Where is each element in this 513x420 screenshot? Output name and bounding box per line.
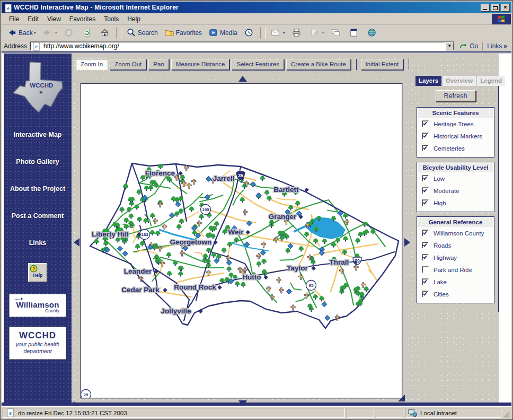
county-map[interactable]: 35195183957929FlorenceJarrellBartlettGra…	[81, 84, 402, 398]
layer-label: Lake	[434, 279, 447, 285]
address-field[interactable]: e http://www.wcbikemap.org/ ▼	[30, 41, 454, 51]
map-tool-button[interactable]: Create a Bike Route	[286, 59, 351, 70]
toolbar-button[interactable]: ▾	[260, 27, 266, 39]
layer-row: High	[417, 197, 494, 209]
layer-checkbox[interactable]	[422, 254, 429, 261]
svg-text:e: e	[35, 43, 38, 49]
status-pane	[347, 408, 374, 418]
panel-tab[interactable]: Layers	[415, 76, 441, 86]
toolbar-button[interactable]: Search ▾	[123, 26, 161, 39]
layer-checkbox[interactable]	[422, 145, 429, 152]
toolbar-button[interactable]: ▾	[328, 26, 345, 39]
toolbar-button-icon	[244, 28, 254, 38]
map-tool-button[interactable]: Zoom Out	[110, 59, 146, 70]
sidebar-nav-link[interactable]: Photo Gallery	[4, 158, 72, 165]
toolbar-button[interactable]: ▾	[346, 26, 363, 39]
map-tool-button[interactable]: Initial Extent	[361, 59, 404, 70]
menu-item[interactable]: File	[5, 14, 23, 24]
williamson-county-banner[interactable]: —✦ Williamson County	[9, 294, 66, 317]
map-tool-button[interactable]: Pan	[148, 59, 169, 70]
maximize-button[interactable]	[491, 4, 500, 12]
toolbar-button[interactable]: ▾	[40, 26, 60, 39]
toolbar-button[interactable]: ▾	[79, 26, 96, 39]
svg-text:Liberty Hill: Liberty Hill	[92, 230, 129, 238]
toolbar-button-icon	[309, 28, 320, 38]
menu-item[interactable]: View	[43, 14, 65, 24]
sidebar-nav-link[interactable]: Post a Comment	[4, 212, 72, 220]
layer-checkbox[interactable]	[422, 187, 429, 194]
svg-text:183: 183	[141, 232, 148, 237]
layer-checkbox[interactable]	[422, 242, 429, 249]
close-button[interactable]: ×	[501, 4, 510, 12]
svg-text:Florence: Florence	[145, 169, 175, 177]
layer-checkbox[interactable]	[422, 291, 429, 298]
links-toolbar[interactable]: Links »	[482, 42, 509, 50]
zone-label: Local intranet	[420, 410, 457, 416]
layer-label: Park and Ride	[434, 267, 472, 273]
layer-checkbox[interactable]	[422, 266, 429, 273]
toolbar-button[interactable]: ▾	[307, 26, 327, 39]
toolbar-button[interactable]: Favorites ▾	[162, 26, 205, 39]
toolbar-button[interactable]: ▾	[97, 26, 114, 39]
city-label: Georgetown	[170, 238, 218, 246]
svg-text:Bartlett: Bartlett	[273, 186, 299, 194]
minimize-button[interactable]	[481, 4, 490, 12]
menu-item[interactable]: Edit	[23, 14, 43, 24]
pan-west-arrow[interactable]	[74, 238, 79, 247]
pan-southeast-arrow[interactable]	[398, 395, 405, 401]
toolbar-button[interactable]: ▾	[61, 26, 78, 39]
wcchd-banner[interactable]: WCCHD your public health department	[9, 327, 66, 360]
toolbar-button[interactable]: ▾	[268, 26, 288, 39]
resize-grip[interactable]	[503, 408, 510, 418]
sidebar-nav-link[interactable]: Interactive Map	[4, 131, 72, 138]
right-margin	[499, 54, 511, 402]
address-dropdown-button[interactable]: ▼	[445, 42, 454, 50]
toolbar-button[interactable]: ▾	[116, 27, 121, 39]
svg-text:★: ★	[39, 90, 43, 95]
layer-row: Williamson County	[417, 227, 494, 239]
refresh-button[interactable]: Refresh	[436, 90, 476, 102]
layer-label: Heritage Trees	[434, 121, 473, 127]
sidebar-nav-link[interactable]: Links	[4, 239, 72, 247]
layer-group: General ReferenceWilliamson CountyRoadsH…	[417, 216, 494, 303]
pan-east-arrow[interactable]	[404, 238, 410, 247]
layer-checkbox[interactable]	[422, 199, 429, 206]
map-toolbar: Zoom In Zoom Out Pan Measure Distance Se…	[76, 58, 409, 70]
help-button[interactable]: ? Help	[28, 263, 47, 282]
layer-checkbox[interactable]	[422, 175, 429, 182]
menu-item[interactable]: Tools	[100, 14, 123, 24]
toolbar-button[interactable]: ▾	[289, 26, 306, 39]
toolbar-button[interactable]: Back ▾	[4, 26, 39, 39]
page-bottom-rule	[2, 402, 511, 406]
panel-tabs: LayersOverviewLegend	[415, 76, 499, 86]
svg-text:Hutto: Hutto	[242, 273, 261, 281]
toolbar-button[interactable]: ▾	[364, 26, 381, 39]
svg-text:195: 195	[202, 207, 209, 212]
svg-text:Jarrell: Jarrell	[213, 174, 235, 182]
address-input[interactable]: http://www.wcbikemap.org/	[41, 42, 445, 50]
go-button[interactable]: Go	[458, 41, 478, 51]
svg-text:29: 29	[84, 392, 89, 397]
layer-row: Roads	[417, 239, 494, 251]
browser-window: { "window": { "title": "WCCHD Interactiv…	[0, 0, 513, 420]
page-icon: e	[31, 41, 41, 51]
pan-north-arrow[interactable]	[238, 76, 247, 82]
map-tool-button[interactable]: Measure Distance	[171, 59, 230, 70]
layer-checkbox[interactable]	[422, 133, 429, 139]
menu-item[interactable]: Help	[123, 14, 145, 24]
map-canvas[interactable]: 35195183957929FlorenceJarrellBartlettGra…	[81, 83, 402, 398]
panel-tab[interactable]: Overview	[443, 76, 476, 86]
sidebar-nav-link[interactable]: About the Project	[4, 185, 72, 192]
layer-checkbox[interactable]	[422, 278, 429, 285]
toolbar-button[interactable]: ▾	[241, 26, 258, 39]
security-zone-pane: Local intranet	[405, 408, 501, 418]
map-tool-button[interactable]: Select Features	[232, 59, 284, 70]
go-arrow-icon	[458, 41, 470, 51]
panel-tab[interactable]: Legend	[477, 76, 505, 86]
toolbar-button[interactable]: Media ▾	[206, 26, 240, 39]
svg-text:95: 95	[309, 283, 314, 288]
menu-item[interactable]: Favorites	[65, 14, 100, 24]
map-tool-button[interactable]: Zoom In	[76, 59, 108, 70]
layer-checkbox[interactable]	[422, 120, 429, 127]
layer-checkbox[interactable]	[422, 230, 429, 237]
